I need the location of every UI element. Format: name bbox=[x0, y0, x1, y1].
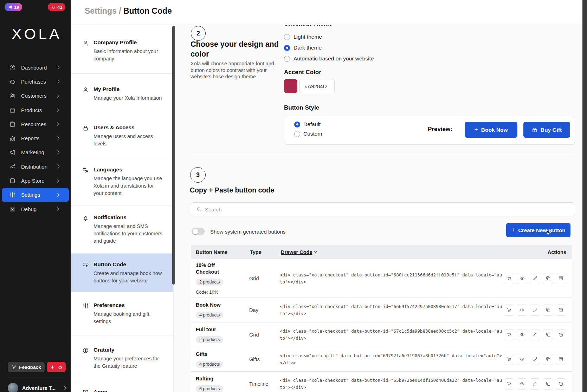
cart-action-button[interactable] bbox=[504, 305, 514, 316]
drawer-code-snippet[interactable]: <div class="xola-checkout" data-button-i… bbox=[280, 328, 504, 342]
window-right-edge bbox=[582, 0, 587, 392]
chevron-right-icon bbox=[57, 150, 60, 155]
radio-light-theme[interactable]: Light theme bbox=[284, 34, 322, 40]
settings-menu-item-users-access[interactable]: Users & Access Manage users and access l… bbox=[71, 114, 173, 158]
products-badge: 6 products bbox=[196, 385, 223, 392]
marketing-icon bbox=[9, 149, 16, 156]
announcements-badge[interactable]: 19 bbox=[5, 3, 22, 11]
buy-gift-preview-button[interactable]: Buy Gift bbox=[523, 122, 570, 138]
settings-menu-item-company-profile[interactable]: Company Profile Basic information about … bbox=[71, 28, 173, 74]
purchases-icon bbox=[9, 78, 16, 85]
settings-menu-item-my-profile[interactable]: My Profile Manage your Xola Information bbox=[71, 74, 173, 114]
feedback-button[interactable]: Feedback bbox=[8, 362, 45, 372]
cart-action-button[interactable] bbox=[504, 378, 514, 390]
lock-icon bbox=[82, 125, 89, 131]
row-actions bbox=[504, 354, 572, 365]
sidebar-item-products[interactable]: Products bbox=[2, 103, 69, 117]
alerts-badge[interactable]: 41 bbox=[48, 3, 65, 11]
archive-icon bbox=[559, 357, 564, 362]
cart-action-button[interactable] bbox=[504, 273, 514, 284]
cart-action-button[interactable] bbox=[504, 329, 514, 340]
sidebar-item-customers[interactable]: Customers bbox=[2, 89, 69, 103]
plus-icon: + bbox=[474, 126, 478, 133]
book-now-preview-button[interactable]: + Book Now bbox=[465, 122, 517, 138]
menu-item-title: Notifications bbox=[93, 214, 164, 221]
copy-action-button[interactable] bbox=[543, 354, 553, 365]
archive-action-button[interactable] bbox=[556, 273, 566, 284]
page-header: Settings / Button Code bbox=[71, 0, 582, 25]
account-switcher[interactable]: Adventure T... bbox=[8, 383, 67, 392]
copy-action-button[interactable] bbox=[543, 378, 553, 390]
sidebar-item-settings[interactable]: Settings bbox=[2, 188, 69, 202]
sidebar-item-app-store[interactable]: App Store bbox=[2, 174, 69, 188]
settings-menu-scrollbar[interactable] bbox=[172, 26, 175, 285]
cart-action-button[interactable] bbox=[504, 354, 514, 365]
edit-pencil-action-button[interactable] bbox=[530, 305, 540, 316]
settings-menu-item-apps[interactable]: Apps bbox=[71, 381, 173, 392]
preview-eye-icon bbox=[520, 307, 525, 313]
announcements-count: 19 bbox=[14, 5, 19, 10]
button-name: Rafting bbox=[196, 375, 238, 382]
archive-action-button[interactable] bbox=[556, 329, 566, 340]
drawer-code-snippet[interactable]: <div class="xola-checkout" data-button-i… bbox=[280, 377, 504, 391]
radio-automatic-theme[interactable]: Automatic based on your website bbox=[284, 55, 374, 62]
sidebar-item-purchases[interactable]: Purchases bbox=[2, 74, 69, 89]
system-buttons-toggle[interactable] bbox=[192, 228, 205, 235]
sidebar-item-label: Dashboard bbox=[21, 65, 47, 71]
search-icon bbox=[196, 207, 202, 212]
preview-eye-action-button[interactable] bbox=[517, 354, 527, 365]
edit-pencil-icon bbox=[533, 332, 538, 337]
row-actions bbox=[504, 329, 572, 340]
preview-eye-action-button[interactable] bbox=[517, 305, 527, 316]
preview-eye-action-button[interactable] bbox=[517, 378, 527, 390]
distribution-icon bbox=[9, 163, 16, 170]
copy-icon bbox=[546, 357, 551, 362]
step-2-circle: 2 bbox=[191, 26, 206, 41]
settings-menu-item-languages[interactable]: Languages Manage the language you use Xo… bbox=[71, 158, 173, 205]
chevron-right-icon bbox=[57, 136, 60, 141]
search-box bbox=[191, 202, 575, 216]
sidebar-item-debug[interactable]: Debug bbox=[2, 202, 69, 216]
edit-pencil-action-button[interactable] bbox=[530, 378, 540, 390]
settings-menu: Company Profile Basic information about … bbox=[71, 25, 174, 392]
settings-menu-item-preferences[interactable]: Preferences Manage booking and gift sett… bbox=[71, 292, 173, 335]
copy-action-button[interactable] bbox=[543, 329, 553, 340]
search-input[interactable] bbox=[205, 207, 521, 213]
debug-report-button[interactable] bbox=[47, 362, 66, 372]
sidebar-item-dashboard[interactable]: Dashboard bbox=[2, 60, 69, 74]
sidebar-item-marketing[interactable]: Marketing bbox=[2, 145, 69, 159]
sidebar-item-distribution[interactable]: Distribution bbox=[2, 159, 69, 174]
menu-item-title: Gratuity bbox=[93, 347, 164, 353]
radio-custom-style[interactable]: Custom bbox=[294, 131, 322, 137]
chevron-right-icon bbox=[57, 107, 60, 112]
drawer-code-snippet[interactable]: <div class="xola-gift" data-button-id="6… bbox=[280, 352, 504, 366]
settings-menu-item-button-code[interactable]: Button Code Create and manage book now b… bbox=[71, 254, 173, 292]
preview-eye-action-button[interactable] bbox=[517, 329, 527, 340]
sidebar-item-resources[interactable]: Resources bbox=[2, 117, 69, 131]
settings-menu-item-notifications[interactable]: Notifications Manage email and SMS notif… bbox=[71, 205, 173, 254]
accent-color-input[interactable]: #A9284D bbox=[299, 79, 335, 93]
create-new-button[interactable]: + Create New Button bbox=[506, 223, 570, 237]
accent-color-swatch[interactable] bbox=[284, 79, 297, 93]
xola-logo: XOLA bbox=[12, 25, 62, 43]
edit-pencil-action-button[interactable] bbox=[530, 273, 540, 284]
archive-action-button[interactable] bbox=[556, 305, 566, 316]
breadcrumb-settings[interactable]: Settings bbox=[85, 6, 117, 15]
settings-menu-item-gratuity[interactable]: Gratuity Manage your preferences for the… bbox=[71, 335, 173, 381]
archive-action-button[interactable] bbox=[556, 378, 566, 390]
edit-pencil-action-button[interactable] bbox=[530, 329, 540, 340]
edit-pencil-action-button[interactable] bbox=[530, 354, 540, 365]
drawer-code-snippet[interactable]: <div class="xola-checkout" data-button-i… bbox=[280, 303, 504, 317]
sidebar-item-reports[interactable]: Reports bbox=[2, 131, 69, 145]
button-click-icon bbox=[82, 262, 89, 268]
radio-dark-theme[interactable]: Dark theme bbox=[284, 45, 322, 51]
products-badge: 4 products bbox=[196, 361, 223, 368]
archive-action-button[interactable] bbox=[556, 354, 566, 365]
dollar-icon bbox=[82, 347, 89, 354]
copy-action-button[interactable] bbox=[543, 273, 553, 284]
preview-eye-action-button[interactable] bbox=[517, 273, 527, 284]
drawer-code-snippet[interactable]: <div class="xola-checkout" data-button-i… bbox=[280, 272, 504, 286]
copy-action-button[interactable] bbox=[543, 305, 553, 316]
header-drawer-code-sort[interactable]: Drawer Code bbox=[281, 249, 508, 255]
radio-default-style[interactable]: Default bbox=[294, 121, 322, 128]
